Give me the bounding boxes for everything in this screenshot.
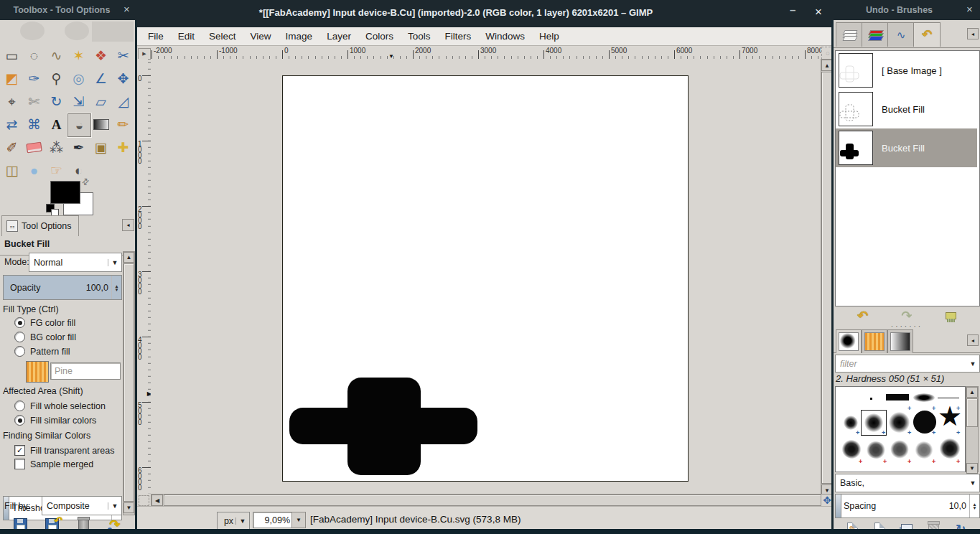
- tool-airbrush[interactable]: ⁂: [45, 136, 67, 159]
- tool-ink[interactable]: ✒: [67, 136, 90, 159]
- tool-move[interactable]: ✥: [112, 67, 134, 90]
- toolbox-titlebar[interactable]: Toolbox - Tool Options ×: [0, 0, 136, 20]
- tool-smudge[interactable]: ☞: [45, 159, 67, 182]
- fill-by-dropdown[interactable]: Composite ▼: [42, 496, 122, 515]
- canvas-viewport[interactable]: [151, 59, 821, 494]
- menu-windows[interactable]: Windows: [478, 31, 532, 42]
- menu-image[interactable]: Image: [279, 31, 320, 42]
- tool-crop[interactable]: ✄: [23, 90, 45, 113]
- toolbox-close-icon[interactable]: ×: [123, 4, 130, 14]
- brush-splatter[interactable]: [841, 440, 862, 459]
- brush-thin-line[interactable]: [938, 398, 959, 398]
- tab-undo-history[interactable]: ↶: [913, 22, 941, 47]
- checkbox-fill-transparent-areas[interactable]: ✓Fill transparent areas: [14, 445, 114, 456]
- menu-tools[interactable]: Tools: [401, 31, 438, 42]
- fill-type-pattern-fill[interactable]: Pattern fill: [14, 346, 70, 357]
- brush-filter-input[interactable]: filter ▼: [835, 355, 980, 373]
- tab-layers[interactable]: [836, 22, 863, 47]
- tool-paths[interactable]: ✑: [23, 67, 45, 90]
- tool-perspective-clone[interactable]: ◫: [1, 159, 23, 182]
- brush-splatter[interactable]: [890, 440, 909, 459]
- tab-gradients[interactable]: [887, 329, 913, 353]
- tool-pencil[interactable]: ✏: [112, 113, 134, 136]
- tool-align[interactable]: ⌖: [1, 90, 23, 113]
- dock-titlebar[interactable]: Undo - Brushes ×: [833, 0, 980, 20]
- pattern-swatch[interactable]: [26, 361, 49, 383]
- tool-blur-sharpen[interactable]: ●: [23, 159, 45, 182]
- affected-fill-similar-colors[interactable]: Fill similar colors: [14, 415, 96, 426]
- tab-paths[interactable]: ∿: [887, 22, 915, 47]
- brush-soft-ellipse[interactable]: [913, 393, 935, 402]
- tool-ellipse-select[interactable]: ◌: [23, 44, 45, 67]
- zoom-dropdown-icon[interactable]: ▼: [291, 512, 306, 528]
- tool-bucket-fill[interactable]: ◒: [67, 113, 91, 137]
- main-titlebar[interactable]: *[[FabAcademy] Input device-B.Cu] (impor…: [136, 0, 833, 27]
- opacity-slider[interactable]: Opacity 100,0 ▲▼: [3, 275, 122, 300]
- tab-channels[interactable]: [862, 22, 889, 47]
- undo-item-0[interactable]: [ Base Image ]: [836, 51, 977, 90]
- tool-options-scrollbar[interactable]: ▲ ▼: [123, 251, 135, 515]
- tool-paintbrush[interactable]: ✐: [1, 136, 23, 159]
- brush-splatter[interactable]: [866, 441, 886, 459]
- checkbox-sample-merged[interactable]: Sample merged: [14, 459, 93, 469]
- brush-block[interactable]: [886, 394, 909, 400]
- dock-close-icon[interactable]: ×: [966, 4, 973, 14]
- mode-dropdown[interactable]: Normal ▼: [29, 253, 122, 272]
- dock-collapse-icon[interactable]: ◂: [967, 28, 979, 39]
- canvas[interactable]: [282, 75, 689, 482]
- affected-fill-whole-selection[interactable]: Fill whole selection: [14, 400, 106, 411]
- tool-foreground-select[interactable]: ◩: [1, 67, 23, 90]
- tool-rotate[interactable]: ↻: [45, 90, 67, 113]
- menu-view[interactable]: View: [243, 31, 279, 42]
- menu-layer[interactable]: Layer: [319, 31, 358, 42]
- brush-tag-dropdown[interactable]: Basic, ▼: [835, 474, 980, 492]
- horizontal-ruler[interactable]: -2000-1000010002000300040005000600070008…: [151, 46, 821, 60]
- tool-perspective[interactable]: ◿: [112, 90, 134, 113]
- tool-select-by-color[interactable]: ❖: [90, 44, 112, 67]
- undo-item-1[interactable]: Bucket Fill: [836, 90, 977, 128]
- tool-cage-transform[interactable]: ⌘: [23, 113, 45, 136]
- tool-gradient[interactable]: [90, 113, 112, 136]
- fill-type-bg-color-fill[interactable]: BG color fill: [14, 332, 76, 342]
- menu-select[interactable]: Select: [202, 31, 243, 42]
- tool-measure[interactable]: ∠: [90, 67, 112, 90]
- undo-item-2[interactable]: Bucket Fill: [836, 128, 977, 167]
- tool-heal[interactable]: ✚: [112, 136, 134, 159]
- tool-clone[interactable]: ▣: [90, 136, 112, 159]
- tool-fuzzy-select[interactable]: ✶: [67, 44, 90, 67]
- brush-hardness-025[interactable]: [844, 416, 858, 430]
- quick-mask-toggle-icon[interactable]: [139, 495, 149, 506]
- menu-colors[interactable]: Colors: [358, 31, 401, 42]
- tool-scale[interactable]: ⇲: [67, 90, 90, 113]
- brush-hardness-075[interactable]: [889, 412, 910, 433]
- tab-brushes[interactable]: [836, 329, 862, 353]
- tool-text[interactable]: A: [45, 113, 67, 136]
- brush-tiny-dot[interactable]: [870, 398, 872, 400]
- menu-edit[interactable]: Edit: [171, 31, 202, 42]
- brush-splatter[interactable]: [939, 439, 961, 459]
- zoom-field[interactable]: 9,09%: [253, 512, 293, 528]
- tool-flip[interactable]: ⇄: [1, 113, 23, 136]
- vertical-ruler[interactable]: 01 0 0 02 0 0 03 0 0 04 0 0 05 0 0 06 0 …: [136, 59, 151, 494]
- menu-help[interactable]: Help: [532, 31, 566, 42]
- tool-scissors-select[interactable]: ✂: [112, 44, 134, 67]
- brush-splatter[interactable]: [915, 441, 933, 459]
- menu-file[interactable]: File: [141, 31, 171, 42]
- tool-free-select[interactable]: ∿: [45, 44, 67, 67]
- main-close-icon[interactable]: ×: [815, 6, 822, 18]
- panel-collapse-icon[interactable]: ◂: [122, 219, 134, 231]
- spacing-spinner[interactable]: ▲▼: [969, 495, 979, 517]
- brush-grid-scrollbar[interactable]: ▲ ▼: [966, 386, 979, 472]
- tool-shear[interactable]: ▱: [90, 90, 112, 113]
- minimize-icon[interactable]: –: [790, 4, 795, 15]
- tool-rectangle-select[interactable]: ▭: [1, 44, 23, 67]
- fill-type-fg-color-fill[interactable]: FG color fill: [14, 317, 75, 328]
- spacing-slider[interactable]: Spacing 10,0 ▲▼: [835, 494, 980, 518]
- tab-patterns[interactable]: [862, 329, 887, 353]
- tab-tool-options[interactable]: ⚏ Tool Options: [1, 215, 79, 236]
- unit-dropdown[interactable]: px ▼: [217, 512, 250, 530]
- opacity-spinner[interactable]: ▲▼: [111, 276, 121, 299]
- fg-color-swatch[interactable]: [50, 181, 80, 204]
- brush-grid[interactable]: ★ +++++++++++++: [835, 386, 966, 472]
- tool-zoom[interactable]: ◎: [67, 67, 90, 90]
